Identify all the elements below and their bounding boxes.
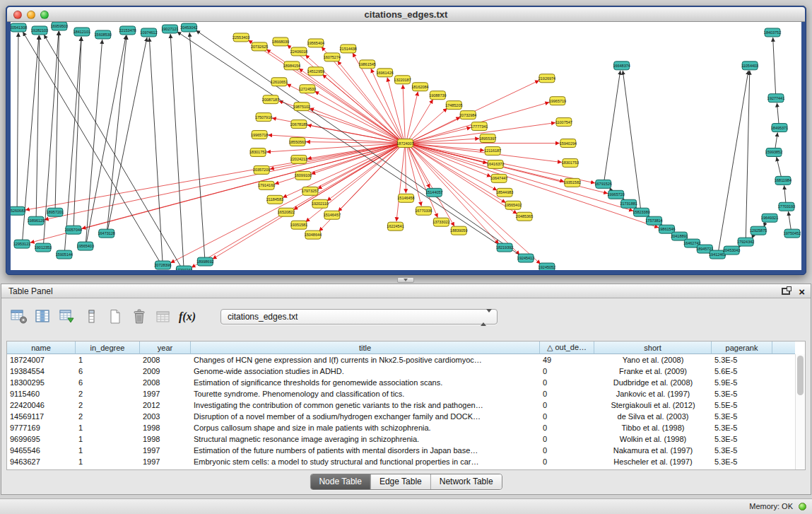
graph-node[interactable]: 16224541 [387, 222, 404, 230]
tab-node-table[interactable]: Node Table [310, 474, 371, 489]
graph-node[interactable]: 15940294 [560, 139, 577, 148]
graph-node[interactable]: 21184583 [266, 195, 283, 204]
graph-node[interactable]: 19027121 [161, 25, 178, 33]
graph-node[interactable]: 16959503 [51, 22, 68, 30]
graph-node[interactable]: 19245412 [517, 254, 534, 262]
network-window-titlebar[interactable]: citations_edges.txt [7, 7, 805, 22]
graph-node[interactable]: 19245052 [539, 263, 555, 270]
close-panel-icon[interactable]: × [799, 286, 805, 297]
graph-node[interactable]: 20485365 [516, 212, 533, 221]
graph-node[interactable]: 19282103 [31, 26, 48, 35]
graph-node[interactable]: 17777341 [471, 122, 488, 131]
graph-node[interactable]: 19012353 [35, 243, 52, 252]
graph-node[interactable]: 16791526 [595, 180, 612, 188]
graph-node[interactable]: 16648374 [613, 62, 630, 70]
graph-node[interactable]: 17200241 [175, 266, 192, 270]
graph-node[interactable]: 15905144 [56, 250, 73, 259]
graph-node[interactable]: 13733022 [433, 218, 449, 226]
table-settings-icon[interactable] [8, 306, 30, 327]
graph-node[interactable]: 14512959 [307, 67, 324, 76]
graph-node[interactable]: 18998692 [196, 257, 213, 266]
column-header-0[interactable]: name [7, 341, 76, 354]
table-vertical-scrollbar[interactable] [795, 354, 805, 469]
graph-node[interactable]: 19565404 [307, 39, 324, 47]
graph-node[interactable]: 18957201 [47, 208, 64, 216]
table-row[interactable]: 977716911998Corpus callosum shape and si… [7, 422, 805, 433]
graph-node[interactable]: 18839059 [450, 226, 467, 235]
panel-divider-handle[interactable] [397, 277, 414, 283]
graph-node[interactable]: 22406018 [290, 47, 307, 56]
float-panel-icon[interactable] [782, 288, 790, 295]
graph-node[interactable]: 20087187 [262, 95, 279, 104]
graph-node[interactable]: 21514438 [340, 45, 357, 53]
graph-node[interactable]: 19649321 [761, 214, 778, 222]
scrollbar-thumb[interactable] [797, 356, 804, 395]
table-row[interactable]: 946554611997Estimation of the future num… [7, 445, 805, 456]
graph-node[interactable]: 19351581 [290, 221, 307, 229]
graph-node[interactable]: 15993852 [765, 148, 782, 156]
graph-node[interactable]: 18984154 [283, 62, 300, 70]
graph-node[interactable]: 20357209 [253, 165, 270, 174]
graph-node[interactable]: 22024213 [290, 155, 307, 163]
graph-node[interactable]: 19750452 [784, 229, 801, 238]
graph-node[interactable]: 16416373 [487, 160, 504, 168]
column-header-1[interactable]: in_degree [76, 341, 140, 354]
table-row[interactable]: 1830029562008Estimation of significance … [7, 377, 805, 388]
table-row[interactable]: 946362711997Embryonic stem cells: a mode… [7, 456, 805, 467]
graph-node[interactable]: 18550563 [289, 138, 306, 146]
import-table-icon[interactable] [57, 306, 78, 327]
graph-node[interactable]: 20732625 [251, 42, 268, 51]
graph-node[interactable]: 17703193 [778, 202, 795, 211]
new-table-icon[interactable] [105, 306, 126, 327]
graph-node[interactable]: 15146458 [397, 194, 414, 202]
table-row[interactable]: 2242004622012Investigating the contribut… [7, 399, 805, 411]
graph-node[interactable]: 18301752 [249, 148, 266, 156]
graph-node[interactable]: 16473128 [98, 229, 115, 238]
graph-node[interactable]: 18301753 [562, 158, 579, 167]
close-window-button[interactable] [13, 11, 22, 19]
graph-node[interactable]: 18162084 [411, 83, 428, 91]
graph-node[interactable]: 16770336 [415, 206, 432, 215]
graph-node[interactable]: 16811984 [775, 176, 792, 185]
graph-node[interactable]: 18955397 [479, 134, 496, 143]
graph-node[interactable]: 20541308 [11, 23, 27, 32]
table-row[interactable]: 1456911722003Disruption of a novel membe… [7, 411, 805, 422]
column-header-3[interactable]: title [191, 341, 540, 354]
graph-node[interactable]: 13220187 [394, 76, 411, 84]
graph-node[interactable]: 12953121 [13, 240, 30, 248]
delete-table-icon[interactable] [129, 306, 150, 327]
graph-node[interactable]: 17973257 [302, 187, 319, 195]
graph-node[interactable]: 18403752 [764, 28, 781, 37]
graph-node[interactable]: 18412101 [73, 28, 90, 36]
graph-node[interactable]: 20453042 [180, 23, 197, 32]
tab-edge-table[interactable]: Edge Table [371, 474, 431, 489]
graph-node[interactable]: 22153478 [119, 26, 136, 35]
graph-node[interactable]: 12724533 [299, 85, 316, 93]
graph-node[interactable]: 20728396 [154, 261, 171, 269]
graph-node[interactable]: 11007547 [555, 118, 572, 127]
graph-node[interactable]: 19565403 [77, 242, 94, 250]
graph-node[interactable]: 15146457 [324, 211, 341, 219]
merge-table-icon[interactable] [153, 306, 174, 327]
column-header-4[interactable]: △ out_de… [540, 341, 594, 354]
tab-network-table[interactable]: Network Table [431, 474, 502, 489]
graph-node[interactable]: 16075274 [324, 53, 341, 62]
zoom-window-button[interactable] [40, 11, 49, 19]
graph-node[interactable]: 10647447 [490, 174, 507, 182]
table-row[interactable]: 969969511998Structural magnetic resonanc… [7, 433, 805, 445]
graph-node[interactable]: 16099100 [295, 171, 312, 180]
column-icon[interactable] [81, 306, 102, 327]
graph-node[interactable]: 20453043 [723, 246, 740, 255]
graph-node[interactable]: 19202110 [312, 199, 329, 208]
graph-node[interactable]: 12925875 [750, 226, 767, 235]
graph-node[interactable]: 19351582 [564, 178, 581, 187]
graph-node[interactable]: 17507916 [255, 113, 272, 122]
graph-node[interactable]: 12116187 [484, 146, 501, 155]
graph-node[interactable]: 19565402 [505, 201, 522, 209]
graph-node[interactable]: 19965720 [607, 190, 624, 199]
graph-node[interactable]: 19277441 [767, 94, 784, 103]
graph-node[interactable]: 15823380 [632, 208, 649, 216]
network-table-select[interactable]: citations_edges.txt [220, 309, 498, 325]
graph-node[interactable]: 19875102 [293, 103, 310, 111]
graph-node[interactable]: 20678185 [290, 120, 307, 129]
